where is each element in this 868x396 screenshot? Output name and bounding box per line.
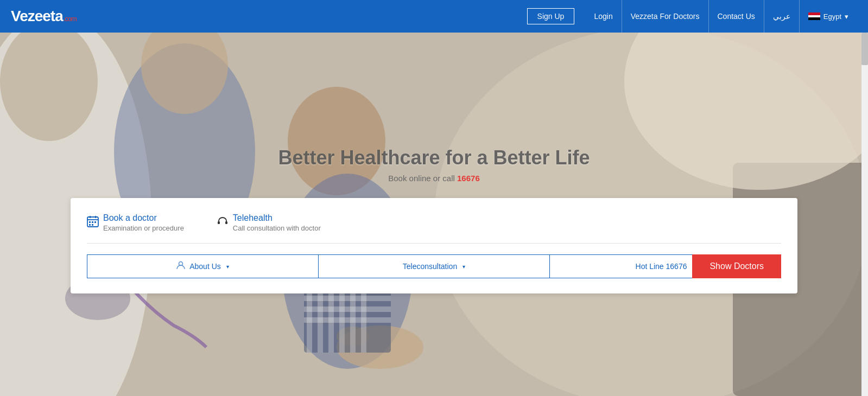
tab-divider — [87, 243, 781, 244]
hero-text-area: Better Healthcare for a Better Life Book… — [0, 146, 868, 183]
scrollbar-track — [861, 33, 868, 396]
login-link[interactable]: Login — [585, 0, 621, 33]
booking-card: Book a doctor Examination or procedure T… — [71, 198, 797, 293]
arabic-link[interactable]: عربي — [764, 0, 799, 33]
show-doctors-button[interactable]: Show Doctors — [692, 254, 781, 278]
svg-rect-35 — [92, 224, 93, 226]
headset-icon — [217, 215, 229, 230]
svg-rect-37 — [225, 221, 227, 224]
svg-rect-32 — [92, 221, 93, 223]
tab2-sub: Call consultation with doctor — [233, 224, 321, 232]
navbar: Vezeeta.com Sign Up Login Vezzeta For Do… — [0, 0, 868, 33]
country-label: Egypt — [823, 12, 841, 21]
contact-link[interactable]: Contact Us — [708, 0, 764, 33]
teleconsultation-button[interactable]: Teleconsultation ▾ — [319, 254, 550, 278]
hero-subtext: Book online or call 16676 — [0, 174, 868, 183]
scrollbar-thumb[interactable] — [861, 33, 868, 65]
about-us-label: About Us — [189, 262, 221, 271]
tab2-label: Telehealth — [233, 213, 321, 223]
teleconsultation-caret: ▾ — [462, 264, 465, 270]
logo-suffix: .com — [64, 15, 77, 23]
logo[interactable]: Vezeeta.com — [11, 8, 77, 25]
hero-headline: Better Healthcare for a Better Life — [0, 146, 868, 169]
nav-right: Sign Up Login Vezzeta For Doctors Contac… — [527, 0, 857, 33]
hotline-label: Hot Line 16676 — [636, 262, 687, 271]
egypt-flag — [808, 12, 820, 20]
svg-rect-34 — [89, 224, 91, 226]
tab1-sub: Examination or procedure — [103, 224, 184, 232]
svg-rect-33 — [94, 221, 96, 223]
tab-telehealth[interactable]: Telehealth Call consultation with doctor — [217, 213, 321, 232]
hero-phone: 16676 — [457, 174, 480, 183]
logo-text: Vezeeta — [11, 8, 63, 25]
signup-button[interactable]: Sign Up — [527, 8, 575, 24]
about-us-caret: ▾ — [226, 264, 229, 270]
svg-rect-36 — [218, 221, 220, 224]
booking-tabs: Book a doctor Examination or procedure T… — [87, 213, 781, 232]
hero-subtext-label: Book online or call — [388, 174, 455, 183]
tab1-label: Book a doctor — [103, 213, 184, 223]
svg-rect-31 — [89, 221, 91, 223]
booking-controls: About Us ▾ Teleconsultation ▾ Hot Line 1… — [87, 254, 781, 278]
tab-book-doctor[interactable]: Book a doctor Examination or procedure — [87, 213, 184, 232]
about-us-button[interactable]: About Us ▾ — [87, 254, 319, 278]
country-selector[interactable]: Egypt ▾ — [799, 0, 857, 33]
teleconsultation-label: Teleconsultation — [403, 262, 457, 271]
about-icon — [176, 261, 185, 272]
country-caret: ▾ — [845, 12, 848, 21]
calendar-icon — [87, 215, 99, 230]
for-doctors-link[interactable]: Vezzeta For Doctors — [622, 0, 708, 33]
